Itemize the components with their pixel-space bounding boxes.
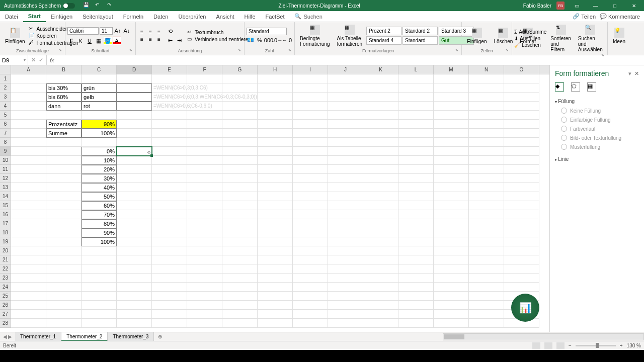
cell[interactable] xyxy=(293,237,328,246)
cell[interactable] xyxy=(82,138,117,147)
cell[interactable] xyxy=(504,147,539,156)
cell[interactable] xyxy=(258,192,293,201)
cell[interactable] xyxy=(398,138,434,147)
cell[interactable] xyxy=(46,219,82,228)
cell[interactable] xyxy=(398,301,434,310)
cell[interactable] xyxy=(258,292,293,301)
save-icon[interactable]: 💾 xyxy=(83,2,90,9)
cell[interactable] xyxy=(258,102,293,111)
cell[interactable] xyxy=(258,165,293,174)
cell[interactable] xyxy=(222,174,258,183)
row-head[interactable]: 17 xyxy=(0,219,11,228)
cell[interactable]: =WENN(C6>0,3;0,3;C6) xyxy=(152,83,187,93)
cell[interactable] xyxy=(117,274,152,283)
row-head[interactable]: 9 xyxy=(0,147,11,156)
cell[interactable] xyxy=(434,319,469,328)
cell[interactable] xyxy=(328,228,363,237)
cell[interactable] xyxy=(398,111,434,120)
cell[interactable] xyxy=(293,310,328,319)
row-head[interactable]: 19 xyxy=(0,237,11,246)
cell[interactable] xyxy=(82,255,117,264)
cell[interactable] xyxy=(398,292,434,301)
cell[interactable] xyxy=(222,201,258,210)
orientation-icon[interactable]: ⟲ xyxy=(166,27,174,35)
cell[interactable] xyxy=(222,129,258,138)
cell[interactable] xyxy=(398,264,434,274)
row-head[interactable]: 27 xyxy=(0,310,11,319)
cell[interactable] xyxy=(504,129,539,138)
cell[interactable] xyxy=(363,264,398,274)
cell[interactable] xyxy=(117,111,152,120)
cell[interactable] xyxy=(363,156,398,165)
cell[interactable] xyxy=(11,310,46,319)
cell[interactable] xyxy=(328,283,363,292)
cell[interactable] xyxy=(46,210,82,219)
col-head[interactable]: N xyxy=(469,65,504,74)
cell[interactable] xyxy=(46,147,82,156)
ribbon-options-icon[interactable]: ▭ xyxy=(570,0,584,11)
cell[interactable] xyxy=(363,183,398,192)
cell[interactable] xyxy=(469,228,504,237)
cell[interactable] xyxy=(117,264,152,274)
cell[interactable] xyxy=(293,174,328,183)
row-head[interactable]: 12 xyxy=(0,174,11,183)
cell[interactable] xyxy=(222,228,258,237)
cell[interactable] xyxy=(222,210,258,219)
cell[interactable] xyxy=(398,246,434,255)
cell[interactable]: grün xyxy=(82,83,117,93)
cell[interactable] xyxy=(187,319,222,328)
cell[interactable] xyxy=(398,120,434,129)
row-head[interactable]: 21 xyxy=(0,255,11,264)
cell[interactable] xyxy=(117,83,152,93)
cell[interactable] xyxy=(328,102,363,111)
cell[interactable] xyxy=(152,255,187,264)
cell[interactable] xyxy=(328,165,363,174)
cell[interactable] xyxy=(258,120,293,129)
cell[interactable] xyxy=(469,192,504,201)
cell[interactable] xyxy=(187,83,222,93)
cell[interactable] xyxy=(328,120,363,129)
cell[interactable] xyxy=(46,283,82,292)
cell[interactable] xyxy=(398,102,434,111)
cell[interactable] xyxy=(258,301,293,310)
row-head[interactable]: 15 xyxy=(0,201,11,210)
cell[interactable] xyxy=(363,138,398,147)
cell[interactable]: 20% xyxy=(82,165,117,174)
cell[interactable] xyxy=(258,228,293,237)
cell[interactable] xyxy=(363,219,398,228)
col-head[interactable]: J xyxy=(328,65,363,74)
cell[interactable] xyxy=(504,210,539,219)
cell[interactable] xyxy=(11,255,46,264)
cell[interactable] xyxy=(222,156,258,165)
cell[interactable] xyxy=(222,138,258,147)
cell[interactable] xyxy=(187,138,222,147)
cell[interactable] xyxy=(434,246,469,255)
clear-button[interactable]: 🧹Löschen xyxy=(514,42,546,48)
cell[interactable] xyxy=(222,183,258,192)
tab-einfuegen[interactable]: Einfügen xyxy=(46,11,77,22)
cell[interactable] xyxy=(434,310,469,319)
cell[interactable] xyxy=(222,219,258,228)
cell[interactable] xyxy=(222,120,258,129)
fill-section[interactable]: Füllung xyxy=(555,99,639,104)
cell[interactable] xyxy=(222,274,258,283)
cell[interactable]: 100% xyxy=(82,237,117,246)
cell[interactable]: 60% xyxy=(82,201,117,210)
cell[interactable] xyxy=(504,111,539,120)
cell[interactable] xyxy=(328,292,363,301)
cell[interactable] xyxy=(117,129,152,138)
col-head[interactable]: H xyxy=(258,65,293,74)
cell[interactable] xyxy=(258,210,293,219)
row-head[interactable]: 16 xyxy=(0,210,11,219)
minimize-icon[interactable]: — xyxy=(589,0,603,11)
cell[interactable] xyxy=(222,165,258,174)
cell[interactable] xyxy=(293,183,328,192)
cell[interactable] xyxy=(469,129,504,138)
font-color-button[interactable]: A xyxy=(113,37,121,45)
cell[interactable] xyxy=(504,201,539,210)
cell[interactable] xyxy=(328,319,363,328)
cell[interactable] xyxy=(469,83,504,93)
cell[interactable] xyxy=(434,102,469,111)
cell[interactable] xyxy=(398,74,434,83)
row-head[interactable]: 25 xyxy=(0,292,11,301)
